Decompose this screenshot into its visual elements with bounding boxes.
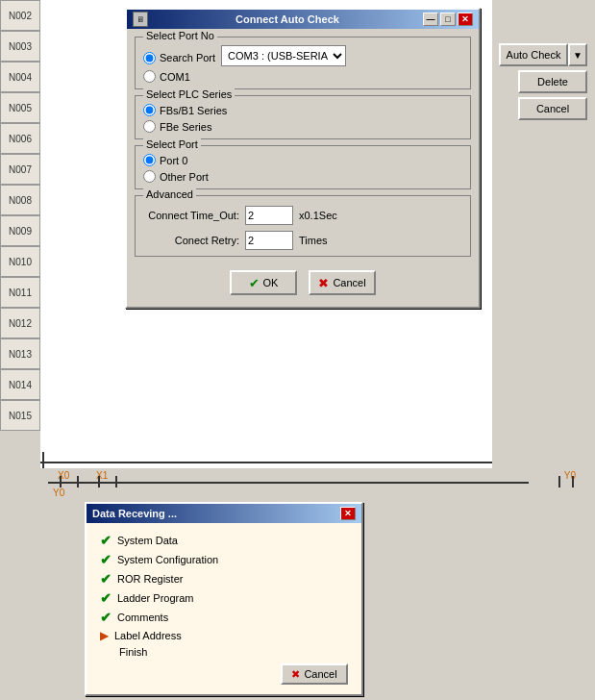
dialog-titlebar: 🖥 Connect Auto Check — □ ✕ <box>127 10 479 29</box>
cancel-button[interactable]: ✖ Cancel <box>309 270 376 295</box>
data-cancel-row: ✖ Cancel <box>100 663 348 685</box>
row-labels: N002 N003 N004 N005 N006 N007 N008 N009 … <box>0 0 40 471</box>
data-receiving-content: ✔ System Data ✔ System Configuration ✔ R… <box>87 523 361 694</box>
search-port-radio[interactable] <box>143 52 156 64</box>
row-n006: N006 <box>0 123 40 154</box>
row-n002: N002 <box>0 0 40 31</box>
cancel-icon: ✖ <box>318 276 329 290</box>
label-address-label: Label Address <box>114 630 182 641</box>
auto-check-dropdown-button[interactable]: ▼ <box>568 43 587 66</box>
advanced-legend: Advanced <box>143 188 196 200</box>
port0-radio-row: Port 0 <box>143 154 462 166</box>
close-button[interactable]: ✕ <box>458 12 473 26</box>
system-config-label: System Configuration <box>117 554 218 565</box>
delete-button[interactable]: Delete <box>518 70 587 93</box>
right-button-panel: Auto Check ▼ Delete Cancel <box>499 43 587 120</box>
ok-button[interactable]: ✔ OK <box>230 270 297 295</box>
fbs-radio-row: FBs/B1 Series <box>143 104 462 116</box>
row-n008: N008 <box>0 185 40 215</box>
retry-unit: Times <box>299 235 328 246</box>
minimize-button[interactable]: — <box>423 12 438 26</box>
data-item-comments: ✔ Comments <box>100 610 348 625</box>
data-item-ladder-program: ✔ Ladder Program <box>100 590 348 606</box>
arrow-icon-label-address: ▶ <box>100 629 109 642</box>
data-cancel-icon: ✖ <box>291 668 300 681</box>
row-n007: N007 <box>0 154 40 185</box>
com1-radio-row: COM1 <box>143 70 462 83</box>
data-item-ror-register: ✔ ROR Register <box>100 571 348 587</box>
check-icon-system-config: ✔ <box>100 552 112 567</box>
connect-auto-check-dialog: 🖥 Connect Auto Check — □ ✕ Select Port N… <box>125 8 481 309</box>
cancel-label: Cancel <box>333 277 365 288</box>
ok-icon: ✔ <box>249 276 260 290</box>
select-port-no-legend: Select Port No <box>143 30 217 41</box>
row-n010: N010 <box>0 246 40 277</box>
select-plc-series-group: Select PLC Series FBs/B1 Series FBe Seri… <box>135 95 471 139</box>
fbs-radio[interactable] <box>143 104 156 116</box>
row-n014: N014 <box>0 369 40 400</box>
port0-radio[interactable] <box>143 154 156 166</box>
search-port-radio-row: Search Port <box>143 52 215 64</box>
auto-check-row: Auto Check ▼ <box>499 43 587 66</box>
com1-radio[interactable] <box>143 70 156 83</box>
select-port-no-group: Select Port No Search Port COM3 : (USB-S… <box>135 37 471 89</box>
select-port-legend: Select Port <box>143 138 201 150</box>
timeout-row: Connect Time_Out: x0.1Sec <box>143 206 462 225</box>
data-receiving-title: Data Receving ... <box>92 508 177 519</box>
timeout-label: Connect Time_Out: <box>143 210 239 221</box>
row-n009: N009 <box>0 215 40 246</box>
row-n012: N012 <box>0 308 40 338</box>
ror-register-label: ROR Register <box>117 573 183 585</box>
timeout-unit: x0.1Sec <box>299 210 337 221</box>
other-port-radio[interactable] <box>143 170 156 183</box>
search-port-label[interactable]: Search Port <box>160 52 215 63</box>
fbe-label[interactable]: FBe Series <box>160 121 211 133</box>
check-icon-ror-register: ✔ <box>100 571 112 587</box>
timeout-input[interactable] <box>245 206 293 225</box>
data-receiving-dialog: Data Receving ... ✕ ✔ System Data ✔ Syst… <box>85 502 363 696</box>
row-n004: N004 <box>0 62 40 92</box>
ok-label: OK <box>263 277 279 288</box>
data-item-label-address: ▶ Label Address <box>100 629 348 642</box>
y0-bottom-label: Y0 <box>53 488 64 498</box>
dialog-content: Select Port No Search Port COM3 : (USB-S… <box>127 29 479 307</box>
ladder-program-label: Ladder Program <box>117 592 194 604</box>
row-n015: N015 <box>0 400 40 431</box>
fbe-radio-row: FBe Series <box>143 120 462 133</box>
auto-check-button[interactable]: Auto Check <box>499 43 568 66</box>
data-cancel-button[interactable]: ✖ Cancel <box>281 663 348 685</box>
right-cancel-button[interactable]: Cancel <box>518 97 587 120</box>
data-receiving-titlebar: Data Receving ... ✕ <box>87 504 361 523</box>
port-select-dropdown[interactable]: COM3 : (USB-SERIA COM1 COM2 <box>221 45 346 66</box>
data-receiving-close-button[interactable]: ✕ <box>340 507 356 520</box>
dialog-button-row: ✔ OK ✖ Cancel <box>135 262 471 299</box>
com1-label[interactable]: COM1 <box>160 71 190 83</box>
dialog-title: Connect Auto Check <box>152 13 423 25</box>
check-icon-system-data: ✔ <box>100 533 112 548</box>
select-plc-series-legend: Select PLC Series <box>143 88 235 100</box>
row-n005: N005 <box>0 92 40 123</box>
fbs-label[interactable]: FBs/B1 Series <box>160 105 227 116</box>
finish-label: Finish <box>119 646 348 658</box>
check-icon-comments: ✔ <box>100 610 112 625</box>
row-n003: N003 <box>0 31 40 62</box>
io-area: X0 X1 Y0 Y0 <box>0 468 595 507</box>
titlebar-buttons: — □ ✕ <box>423 12 473 26</box>
data-item-system-config: ✔ System Configuration <box>100 552 348 567</box>
comments-label: Comments <box>117 612 168 623</box>
system-data-label: System Data <box>117 535 178 546</box>
retry-input[interactable] <box>245 231 293 250</box>
dialog-icon: 🖥 <box>133 12 148 27</box>
check-icon-ladder-program: ✔ <box>100 590 112 606</box>
row-n013: N013 <box>0 338 40 369</box>
fbe-radio[interactable] <box>143 120 156 133</box>
select-port-group: Select Port Port 0 Other Port <box>135 145 471 189</box>
row-n011: N011 <box>0 277 40 308</box>
port0-label[interactable]: Port 0 <box>160 155 187 166</box>
data-cancel-label: Cancel <box>304 668 336 680</box>
retry-label: Conect Retry: <box>143 235 239 246</box>
maximize-button[interactable]: □ <box>440 12 456 26</box>
data-item-system-data: ✔ System Data <box>100 533 348 548</box>
other-port-label[interactable]: Other Port <box>160 171 209 183</box>
advanced-group: Advanced Connect Time_Out: x0.1Sec Conec… <box>135 195 471 257</box>
